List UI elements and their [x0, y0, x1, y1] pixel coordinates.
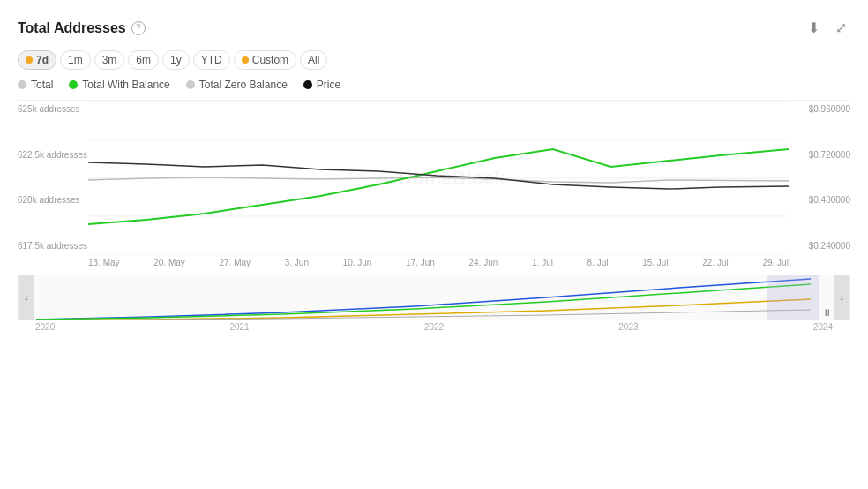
legend-total-with-balance[interactable]: Total With Balance	[69, 79, 169, 91]
filter-dot-7d	[26, 56, 33, 64]
info-icon[interactable]: ?	[131, 21, 146, 35]
scroll-left-button[interactable]: ‹	[19, 275, 34, 320]
filter-1y[interactable]: 1y	[162, 50, 190, 70]
filter-1m[interactable]: 1m	[60, 50, 91, 70]
download-button[interactable]: ⬇	[804, 18, 823, 38]
x-axis-labels: 13. May 20. May 27. May 3. Jun 10. Jun 1…	[88, 254, 789, 267]
mini-chart-area[interactable]: ‹ › ⏸	[18, 275, 850, 320]
title-area: Total Addresses ?	[18, 20, 146, 36]
mini-chart-svg	[19, 275, 849, 320]
filter-dot-custom	[242, 56, 249, 64]
page-container: Total Addresses ? ⬇ ⤢ 7d 1m 3m 6m 1y YTD	[0, 0, 868, 341]
time-filters: 7d 1m 3m 6m 1y YTD Custom All	[18, 50, 850, 70]
legend-total-zero-balance[interactable]: Total Zero Balance	[186, 79, 288, 91]
legend-dot-total	[18, 80, 26, 89]
mini-chart-x-labels: 2020 2021 2022 2023 2024	[18, 322, 850, 332]
chart-svg-wrapper: HomeBlock	[88, 101, 789, 255]
header-row: Total Addresses ? ⬇ ⤢	[18, 18, 850, 38]
legend-dot-with-balance	[69, 80, 78, 89]
expand-button[interactable]: ⤢	[832, 18, 850, 38]
y-axis-left: 625k addresses 622.5k addresses 620k add…	[18, 101, 87, 254]
legend-dot-zero-balance	[186, 80, 195, 89]
filter-6m[interactable]: 6m	[128, 50, 159, 70]
page-title: Total Addresses	[18, 20, 126, 36]
legend-total[interactable]: Total	[18, 79, 53, 91]
filter-ytd[interactable]: YTD	[193, 50, 230, 70]
legend-price[interactable]: Price	[303, 79, 340, 91]
y-axis-right: $0.960000 $0.720000 $0.480000 $0.240000	[809, 101, 850, 254]
scroll-right-button[interactable]: ›	[834, 275, 849, 320]
legend-row: Total Total With Balance Total Zero Bala…	[18, 79, 850, 91]
filter-3m[interactable]: 3m	[94, 50, 125, 70]
filter-all[interactable]: All	[300, 50, 327, 70]
main-chart-svg	[88, 101, 789, 255]
playback-controls: ⏸	[822, 307, 832, 318]
filter-custom[interactable]: Custom	[234, 50, 296, 70]
main-chart-area: 625k addresses 622.5k addresses 620k add…	[18, 100, 850, 254]
svg-rect-6	[767, 275, 819, 320]
filter-7d[interactable]: 7d	[18, 50, 56, 70]
header-actions: ⬇ ⤢	[804, 18, 850, 38]
legend-dot-price	[303, 80, 312, 89]
